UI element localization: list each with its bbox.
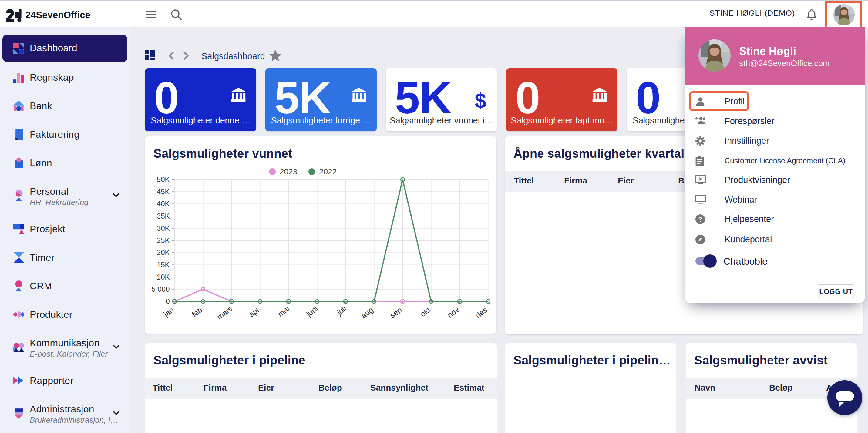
svg-text:juli: juli bbox=[335, 304, 348, 317]
svg-text:45K: 45K bbox=[157, 187, 170, 195]
svg-text:des.: des. bbox=[474, 304, 490, 319]
svg-text:35K: 35K bbox=[157, 212, 170, 220]
svg-text:40K: 40K bbox=[157, 199, 170, 208]
svg-text:5 000: 5 000 bbox=[151, 285, 169, 293]
svg-text:mai: mai bbox=[276, 304, 291, 318]
svg-text:25K: 25K bbox=[157, 236, 170, 244]
svg-text:50K: 50K bbox=[157, 175, 170, 183]
svg-text:15K: 15K bbox=[157, 260, 170, 269]
svg-text:jan.: jan. bbox=[162, 304, 177, 318]
svg-text:?: ? bbox=[698, 216, 702, 223]
svg-text:10K: 10K bbox=[157, 273, 170, 281]
svg-text:apr.: apr. bbox=[247, 304, 262, 319]
svg-text:20K: 20K bbox=[157, 248, 170, 256]
svg-text:0: 0 bbox=[165, 297, 169, 305]
svg-text:mars: mars bbox=[215, 304, 234, 321]
svg-text:juni: juni bbox=[305, 304, 319, 318]
svg-text:2023: 2023 bbox=[280, 167, 297, 176]
svg-text:sep.: sep. bbox=[388, 304, 405, 319]
svg-text:nov.: nov. bbox=[446, 304, 462, 319]
svg-text:feb.: feb. bbox=[190, 304, 205, 319]
svg-text:2022: 2022 bbox=[319, 167, 337, 176]
svg-text:okt.: okt. bbox=[418, 304, 433, 318]
svg-text:30K: 30K bbox=[157, 224, 170, 232]
svg-text:aug.: aug. bbox=[360, 304, 376, 320]
